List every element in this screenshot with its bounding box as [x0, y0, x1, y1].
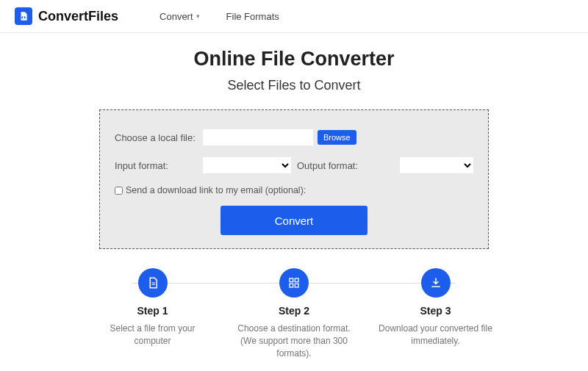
- svg-rect-0: [290, 278, 293, 282]
- step-1-title: Step 1: [88, 305, 217, 317]
- file-icon: [138, 268, 168, 298]
- converter-panel: Choose a local file: Browse Input format…: [99, 109, 489, 249]
- steps: Step 1 Select a file from your computer …: [88, 268, 500, 359]
- email-checkbox[interactable]: [115, 187, 123, 195]
- choose-file-label: Choose a local file:: [115, 132, 203, 143]
- svg-rect-1: [295, 278, 298, 282]
- brand-name: ConvertFiles: [38, 9, 118, 24]
- input-format-label: Input format:: [115, 160, 203, 171]
- step-2-title: Step 2: [230, 305, 359, 317]
- top-nav: ConvertFiles Convert ▾ File Formats: [0, 0, 588, 33]
- step-1-desc: Select a file from your computer: [88, 323, 217, 347]
- brand-logo[interactable]: ConvertFiles: [15, 7, 118, 25]
- step-1: Step 1 Select a file from your computer: [88, 268, 217, 359]
- chevron-down-icon: ▾: [196, 12, 200, 20]
- nav-convert[interactable]: Convert ▾: [159, 11, 200, 22]
- download-icon: [421, 268, 451, 298]
- step-2: Step 2 Choose a destination format. (We …: [230, 268, 359, 359]
- step-3-desc: Download your converted file immediately…: [371, 323, 500, 347]
- browse-button[interactable]: Browse: [318, 130, 356, 145]
- grid-icon: [279, 268, 309, 298]
- page-subtitle: Select Files to Convert: [0, 78, 588, 93]
- output-format-select[interactable]: [400, 157, 473, 173]
- input-format-select[interactable]: [203, 157, 291, 173]
- nav-formats-label: File Formats: [226, 11, 279, 22]
- page-title: Online File Converter: [0, 48, 588, 71]
- output-format-label: Output format:: [297, 160, 358, 171]
- svg-rect-2: [290, 284, 293, 287]
- step-2-desc: Choose a destination format. (We support…: [230, 323, 359, 359]
- file-input[interactable]: [203, 129, 313, 145]
- nav-file-formats[interactable]: File Formats: [226, 11, 279, 22]
- convert-button[interactable]: Convert: [220, 206, 368, 235]
- step-3-title: Step 3: [371, 305, 500, 317]
- logo-icon: [15, 7, 32, 25]
- svg-rect-3: [295, 284, 298, 287]
- nav-convert-label: Convert: [159, 11, 193, 22]
- step-3: Step 3 Download your converted file imme…: [371, 268, 500, 359]
- email-label: Send a download link to my email (option…: [126, 185, 306, 195]
